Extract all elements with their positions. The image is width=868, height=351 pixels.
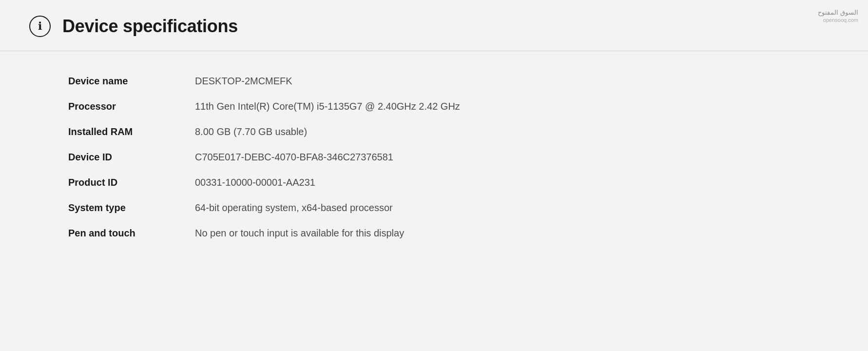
spec-value: No pen or touch input is available for t… (195, 228, 819, 239)
page-container: ℹ Device specifications Device nameDESKT… (0, 0, 868, 351)
table-row: System type64-bit operating system, x64-… (68, 195, 819, 221)
spec-label: Pen and touch (68, 228, 195, 239)
table-row: Device nameDESKTOP-2MCMEFK (68, 69, 819, 94)
table-row: Pen and touchNo pen or touch input is av… (68, 221, 819, 246)
spec-label: Product ID (68, 177, 195, 188)
page-title: Device specifications (62, 16, 238, 37)
spec-value: C705E017-DEBC-4070-BFA8-346C27376581 (195, 152, 819, 163)
spec-label: Device name (68, 76, 195, 87)
info-icon: ℹ (29, 16, 51, 37)
spec-value: DESKTOP-2MCMEFK (195, 76, 819, 87)
table-row: Device IDC705E017-DEBC-4070-BFA8-346C273… (68, 145, 819, 170)
header-section: ℹ Device specifications (0, 0, 868, 51)
spec-value: 64-bit operating system, x64-based proce… (195, 202, 819, 214)
spec-label: Installed RAM (68, 126, 195, 137)
table-row: Installed RAM8.00 GB (7.70 GB usable) (68, 119, 819, 145)
spec-value: 00331-10000-00001-AA231 (195, 177, 819, 188)
spec-label: System type (68, 202, 195, 214)
spec-label: Processor (68, 101, 195, 112)
watermark-arabic: السوق المفتوح (818, 9, 858, 16)
watermark: السوق المفتوح opensooq.com (818, 9, 858, 23)
table-row: Product ID00331-10000-00001-AA231 (68, 170, 819, 195)
spec-value: 11th Gen Intel(R) Core(TM) i5-1135G7 @ 2… (195, 101, 819, 112)
info-icon-glyph: ℹ (38, 20, 42, 33)
spec-label: Device ID (68, 152, 195, 163)
watermark-latin: opensooq.com (823, 17, 858, 23)
table-row: Processor11th Gen Intel(R) Core(TM) i5-1… (68, 94, 819, 119)
spec-value: 8.00 GB (7.70 GB usable) (195, 126, 819, 137)
specs-table: Device nameDESKTOP-2MCMEFKProcessor11th … (0, 51, 868, 266)
